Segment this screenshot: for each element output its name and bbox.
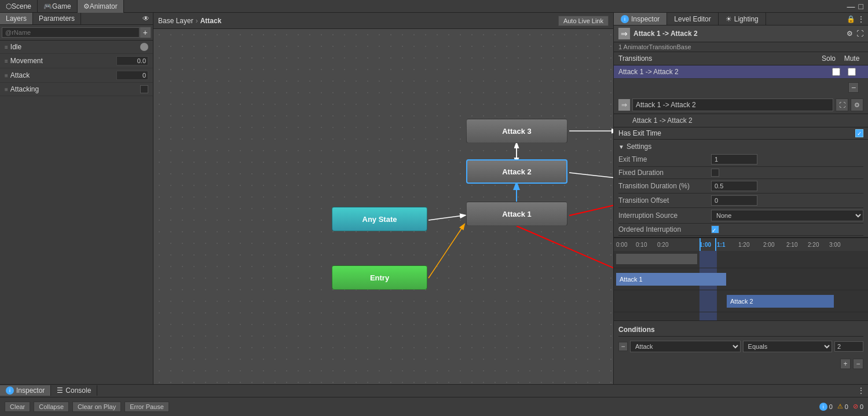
- tab-scene[interactable]: ⬡ Scene: [0, 0, 38, 13]
- bottom-toolbar: Clear Collapse Clear on Play Error Pause…: [0, 397, 868, 416]
- left-panel-tabs: Layers Parameters 👁: [0, 13, 153, 25]
- condition-param-select[interactable]: Attack: [630, 341, 741, 352]
- param-movement-value[interactable]: [116, 56, 148, 65]
- has-exit-label: Has Exit Time: [618, 129, 855, 137]
- drag-handle-icon: ≡: [5, 58, 8, 64]
- more-icon[interactable]: ⋮: [858, 15, 865, 23]
- lighting-icon: ☀: [726, 15, 732, 23]
- has-exit-checkbox[interactable]: ✓: [855, 129, 863, 137]
- param-attack-value[interactable]: [116, 71, 148, 80]
- node-attack1[interactable]: Attack 1: [466, 202, 567, 226]
- layers-tab[interactable]: Layers: [0, 13, 33, 24]
- node-attack3[interactable]: Attack 3: [466, 119, 567, 143]
- settings-section-title[interactable]: ▼ Settings: [618, 141, 863, 152]
- add-param-button[interactable]: +: [140, 27, 151, 38]
- interruption-source-select[interactable]: None Current State Next State Current St…: [711, 210, 863, 221]
- condition-row: − Attack Equals NotEqual Greater Less: [618, 339, 863, 354]
- svg-line-12: [517, 226, 613, 324]
- condition-operator-select[interactable]: Equals NotEqual Greater Less: [743, 341, 832, 352]
- remove-condition-button[interactable]: −: [853, 359, 863, 369]
- param-idle-toggle[interactable]: [140, 43, 148, 51]
- playhead-start: [699, 238, 701, 251]
- tab-game[interactable]: 🎮 Game: [38, 0, 78, 13]
- tab-level-editor[interactable]: Level Editor: [667, 13, 718, 25]
- tab-lighting[interactable]: ☀ Lighting: [719, 13, 766, 25]
- maximize-icon[interactable]: □: [859, 2, 863, 11]
- transition-name-input[interactable]: [632, 98, 833, 111]
- solo-checkbox[interactable]: [832, 68, 840, 76]
- tab-animator[interactable]: ⚙ Animator: [78, 0, 124, 13]
- parameters-tab[interactable]: Parameters: [33, 13, 81, 24]
- transition-row[interactable]: Attack 1 -> Attack 2: [614, 65, 868, 79]
- bottom-tab-inspector[interactable]: i Inspector: [0, 385, 51, 396]
- ordered-interruption-checkbox[interactable]: ✓: [711, 225, 719, 233]
- node-attack2[interactable]: Attack 2: [466, 159, 567, 184]
- inspector-header: ⇒ Attack 1 -> Attack 2 ⚙ ⛶: [614, 25, 868, 42]
- transition-gear-icon[interactable]: ⚙: [851, 98, 863, 111]
- transition-name-display: Attack 1 -> Attack 2: [614, 114, 868, 127]
- transitions-header: Transitions Solo Mute: [614, 52, 868, 65]
- transition-offset-row: Transition Offset: [618, 194, 863, 208]
- tab-inspector[interactable]: i Inspector: [614, 13, 667, 25]
- transition-copy-icon[interactable]: ⛶: [836, 98, 848, 111]
- fixed-duration-checkbox[interactable]: [711, 169, 719, 177]
- info-status[interactable]: i 0: [819, 403, 833, 411]
- param-item-attacking[interactable]: ≡ Attacking: [0, 83, 153, 96]
- bottom-tab-console[interactable]: ☰ Console: [51, 385, 97, 396]
- bottom-expand-icon[interactable]: ⋮: [854, 385, 868, 396]
- condition-remove-icon[interactable]: −: [618, 342, 628, 351]
- breadcrumb-base[interactable]: Base Layer: [158, 17, 193, 25]
- timeline-track-attack2: Attack 2: [614, 290, 868, 312]
- empty-track-bar: [616, 254, 697, 264]
- clear-on-play-button[interactable]: Clear on Play: [72, 402, 121, 412]
- bottom-tabs: i Inspector ☰ Console ⋮: [0, 385, 868, 397]
- top-tabs-bar: ⬡ Scene 🎮 Game ⚙ Animator — □: [0, 0, 868, 13]
- minimize-icon[interactable]: —: [847, 2, 855, 11]
- mute-checkbox[interactable]: [848, 68, 856, 76]
- exit-time-input[interactable]: [711, 154, 757, 165]
- info-icon: i: [819, 403, 827, 411]
- node-entry[interactable]: Entry: [332, 265, 427, 290]
- param-item-attack[interactable]: ≡ Attack: [0, 68, 153, 83]
- eye-toggle[interactable]: 👁: [139, 13, 153, 24]
- transition-offset-input[interactable]: [711, 195, 757, 206]
- transition-name-box: ⇒ ⛶ ⚙: [614, 96, 868, 114]
- has-exit-time-row: Has Exit Time ✓: [614, 127, 868, 140]
- breadcrumb-separator: ›: [196, 17, 198, 25]
- warn-status[interactable]: ⚠ 0: [837, 403, 848, 410]
- node-any-state[interactable]: Any State: [332, 207, 427, 231]
- auto-live-button[interactable]: Auto Live Link: [558, 16, 609, 26]
- tick-300: 3:00: [829, 242, 840, 248]
- remove-transition-button[interactable]: −: [848, 82, 859, 93]
- transition-duration-input[interactable]: [711, 181, 757, 191]
- error-icon: ⊘: [853, 403, 858, 410]
- clear-button[interactable]: Clear: [5, 402, 30, 412]
- fixed-duration-label: Fixed Duration: [618, 169, 711, 177]
- inspector-expand-icon[interactable]: ⛶: [856, 30, 863, 38]
- timeline-container: 0:00 0:10 0:20 1:00 1:1 1:20 2:00 2:10 2…: [614, 238, 868, 321]
- lock-icon[interactable]: 🔒: [847, 15, 855, 23]
- param-item-movement[interactable]: ≡ Movement: [0, 54, 153, 68]
- add-condition-button[interactable]: +: [840, 359, 851, 369]
- svg-line-5: [428, 226, 463, 278]
- collapse-button[interactable]: Collapse: [34, 402, 69, 412]
- canvas-toolbar: Base Layer › Attack Auto Live Link: [153, 13, 613, 29]
- console-icon: ☰: [57, 386, 63, 395]
- search-input[interactable]: [2, 27, 140, 38]
- interruption-source-label: Interruption Source: [618, 211, 711, 220]
- breadcrumb-child[interactable]: Attack: [200, 17, 222, 25]
- condition-value-input[interactable]: [834, 341, 863, 352]
- timeline-ruler[interactable]: 0:00 0:10 0:20 1:00 1:1 1:20 2:00 2:10 2…: [614, 238, 868, 251]
- bottom-bar: i Inspector ☰ Console ⋮ Clear Collapse C…: [0, 384, 868, 416]
- param-attacking-checkbox[interactable]: [140, 85, 148, 93]
- inspector-settings-icon[interactable]: ⚙: [847, 30, 853, 38]
- error-status[interactable]: ⊘ 0: [853, 403, 863, 410]
- warn-icon: ⚠: [837, 403, 843, 410]
- error-pause-button[interactable]: Error Pause: [124, 402, 169, 412]
- ordered-interruption-row: Ordered Interruption ✓: [618, 224, 863, 236]
- param-item-idle[interactable]: ≡ Idle: [0, 41, 153, 54]
- tick-200: 2:00: [763, 242, 774, 248]
- canvas-area[interactable]: Attack 3 Exit Attack 2 (Up) Base Layer A…: [153, 29, 613, 384]
- game-icon: 🎮: [43, 2, 52, 10]
- exit-time-row: Exit Time: [618, 152, 863, 167]
